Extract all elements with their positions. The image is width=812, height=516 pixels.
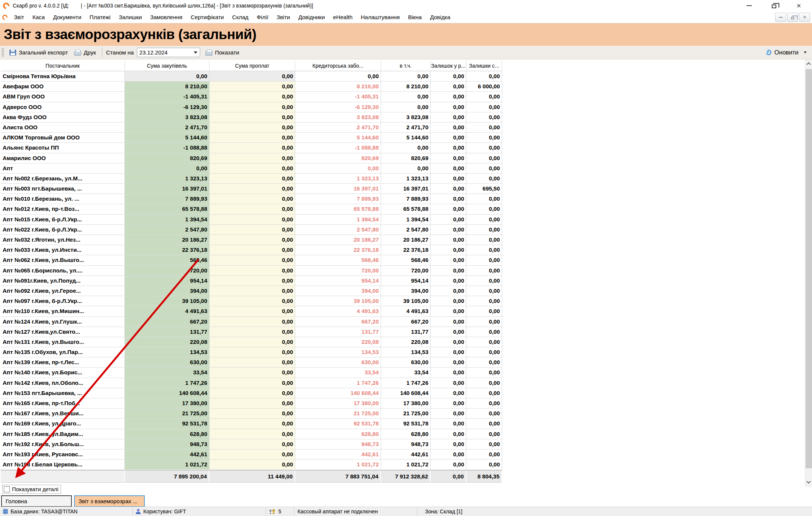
menu-item-Сертифікати[interactable]: Сертифікати [187,14,228,20]
table-row[interactable]: Апт №015 г.Киев, б-р.Л.Укр...1 394,540,0… [1,215,502,225]
tab-report[interactable]: Звіт з взаеморозрах ... [74,495,145,507]
table-row[interactable]: Апт №131 г.Киев, ул.Вышго...220,080,0022… [1,337,502,347]
scroll-up-button[interactable] [805,59,812,68]
menu-item-Вікна[interactable]: Вікна [404,14,426,20]
table-row[interactable]: Адверсо ООО-6 129,300,00-6 129,300,000,0… [1,102,502,112]
tab-main[interactable]: Головна [1,495,72,507]
toolbar-grip-handle[interactable] [2,48,4,57]
table-row[interactable]: Апт №012 г.Киев, пр-т.Воз...65 578,880,0… [1,204,502,214]
table-row[interactable]: Апт №033 г.Киев, ул.Инсти...22 376,180,0… [1,245,502,255]
menu-item-Платежі[interactable]: Платежі [85,14,115,20]
supplier-cell: Амарилис ООО [1,153,125,163]
table-row[interactable]: Апт №002 г.Березань, ул.М...1 323,130,00… [1,174,502,184]
as-of-date-combobox[interactable]: 23.12.2024 [137,48,200,57]
column-header[interactable]: Сума проплат [209,61,295,71]
table-row[interactable]: Апт №124 г.Киев, ул.Глушк...667,200,0066… [1,317,502,327]
minimize-button[interactable] [745,2,753,9]
menu-item-Налаштування[interactable]: Налаштування [357,14,404,20]
table-row[interactable]: Апт №153 пгт.Барышевка, ...140 608,440,0… [1,388,502,398]
table-row[interactable]: Апт №110 г.Киев, ул.Мишин...4 491,630,00… [1,306,502,316]
value-cell: 0,00 [209,419,295,429]
table-row[interactable]: Апт №140 г.Киев, ул.Борис...33,540,0033,… [1,368,502,378]
value-cell: 20 186,27 [295,235,381,245]
table-row[interactable]: Альянс Красоты ПП-1 088,880,00-1 088,880… [1,143,502,153]
show-details-checkbox-group[interactable]: Показувати деталі [2,485,61,494]
scrollbar-thumb[interactable] [806,69,812,468]
print-button[interactable]: Друк [71,48,99,57]
table-row[interactable]: Апт №169 г.Киев, ул.Драго...92 531,780,0… [1,419,502,429]
refresh-button[interactable]: Оновити [766,49,812,56]
value-cell: 0,00 [431,71,466,82]
menu-item-Документи[interactable]: Документи [49,14,85,20]
table-row[interactable]: Апт №127 г.Киев,ул.Свято...131,770,00131… [1,327,502,337]
value-cell: 568,46 [381,255,431,265]
table-row[interactable]: Амарилис ООО820,690,00820,69820,690,000,… [1,153,502,163]
menu-item-Довідка[interactable]: Довідка [426,14,454,20]
value-cell: 0,00 [431,419,466,429]
table-row[interactable]: Апт №092 г.Киев, ул.Герое...394,000,0039… [1,286,502,296]
supplier-cell: Апт №135 г.Обухов, ул.Пар... [1,347,125,357]
supplier-cell: Апт №193 г.Киев, Русановс... [1,449,125,460]
page-title: Звіт з взаєморозрахунків (загальний) [4,27,257,42]
show-details-checkbox[interactable] [4,486,10,492]
table-row[interactable]: Апт №193 г.Киев, Русановс...442,610,0044… [1,449,502,460]
value-cell: 4 491,63 [295,306,381,316]
table-row[interactable]: Апт №097 г.Киев, б-р.Л.Укр...39 105,000,… [1,296,502,306]
restore-button[interactable] [770,2,778,9]
table-row[interactable]: Апт №139 г.Киев, пр-т.Лес...630,000,0063… [1,357,502,368]
vertical-scrollbar[interactable] [805,59,812,487]
menu-item-Залишки[interactable]: Залишки [115,14,146,20]
mdi-restore-button[interactable] [787,13,798,22]
value-cell: 0,00 [209,439,295,449]
close-button[interactable]: × [795,2,803,9]
menu-item-Звіти[interactable]: Звіти [273,14,294,20]
column-header[interactable]: Кредиторська забо... [295,61,381,71]
table-row[interactable]: АЛКОМ Торговый дом ООО5 144,600,005 144,… [1,133,502,143]
scroll-down-button[interactable] [805,478,812,487]
menu-item-Замовлення[interactable]: Замовлення [146,14,186,20]
table-row[interactable]: Апт №167 г.Киев, ул.Верши...21 725,000,0… [1,409,502,419]
general-export-button[interactable]: Загальний експорт [6,48,71,57]
value-cell: 0,00 [381,163,431,174]
refresh-dropdown-caret-icon[interactable] [804,51,807,53]
supplier-cell: Апт №010 г.Березань, ул. ... [1,194,125,204]
date-dropdown-caret-icon[interactable] [194,51,197,54]
menu-item-eHealth[interactable]: eHealth [329,14,357,20]
show-button[interactable]: Показати [202,48,242,57]
column-header[interactable]: Постачальник [1,61,125,71]
menu-item-Каса[interactable]: Каса [28,14,49,20]
table-row[interactable]: Апт №062 г.Киев, ул.Вышго...568,460,0056… [1,255,502,265]
table-row[interactable]: Апт0,000,000,000,000,000,00 [1,163,502,174]
table-row[interactable]: Смірнова Тетяна Юрьївна0,000,000,000,000… [1,71,502,82]
table-row[interactable]: Апт №032 г.Яготин, ул.Нез...20 186,270,0… [1,235,502,245]
mdi-close-button[interactable]: × [799,13,810,22]
table-row[interactable]: Апт №022 г.Киев, б-р.Л.Укр...2 547,800,0… [1,225,502,235]
table-row[interactable]: Апт №010 г.Березань, ул. ...7 889,930,00… [1,194,502,204]
details-row: Показувати деталі [2,485,61,494]
table-row[interactable]: Апт №192 г.Киев, ул.Больш...948,730,0094… [1,439,502,449]
menu-item-Звіт[interactable]: Звіт [10,14,28,20]
table-row[interactable]: АВМ Груп ООО-1 405,310,00-1 405,310,000,… [1,92,502,102]
value-cell: 0,00 [431,337,466,347]
table-row[interactable]: Апт №091г.Киев, ул.Попуд...954,140,00954… [1,276,502,286]
table-row[interactable]: Алиста ООО2 471,700,002 471,702 471,700,… [1,123,502,133]
table-row[interactable]: Апт №065 г.Борисполь, ул....720,000,0072… [1,266,502,276]
table-row[interactable]: Апт №135 г.Обухов, ул.Пар...134,530,0013… [1,347,502,357]
column-header[interactable]: Залишки с... [466,61,502,71]
menu-item-Склад[interactable]: Склад [228,14,252,20]
table-row[interactable]: Апт №165 г.Киев, пр-т.Поб...17 380,000,0… [1,398,502,409]
mdi-minimize-button[interactable] [775,13,786,22]
table-row[interactable]: Авефарм ООО8 210,000,008 210,008 210,000… [1,82,502,92]
table-row[interactable]: Апт №003 пгт.Барышевка, ...16 397,010,00… [1,184,502,194]
value-cell: 0,00 [466,306,502,316]
column-header[interactable]: в т.ч. [381,61,431,71]
table-row[interactable]: Апт №185 г.Киев, ул.Вадим...628,800,0062… [1,429,502,439]
menu-item-Довідники[interactable]: Довідники [294,14,329,20]
column-header[interactable]: Сума закупівель [125,61,209,71]
menu-item-Філії[interactable]: Філії [253,14,273,20]
column-header[interactable]: Залишок у р... [431,61,466,71]
supplier-cell: Апт №002 г.Березань, ул.М... [1,174,125,184]
table-row[interactable]: Апт №142 г.Киев, пл.Оболо...1 747,260,00… [1,378,502,388]
table-row[interactable]: Аква Фудз ООО3 823,080,003 823,083 823,0… [1,112,502,123]
table-row[interactable]: Апт №198 г.Белая Церковь...1 021,720,001… [1,460,502,470]
